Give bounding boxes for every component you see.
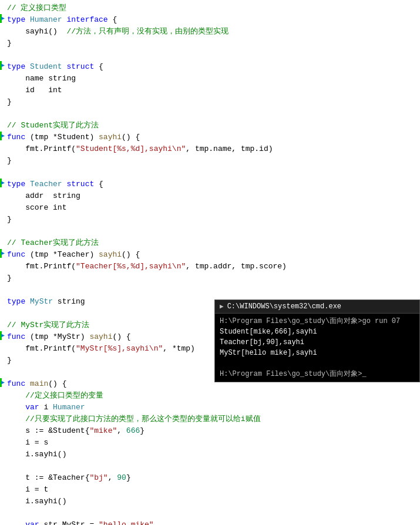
line-content: type Student struct { <box>5 61 420 73</box>
line-content: id int <box>5 85 420 96</box>
token: addr <box>25 191 48 200</box>
line-content: i = s <box>5 437 420 449</box>
code-line: ▶type Teacher struct { <box>0 179 420 190</box>
fold-arrow[interactable]: ▶ <box>1 14 5 23</box>
line-content: //定义接口类型的变量 <box>5 390 420 402</box>
token: Humaner <box>30 15 62 24</box>
token: //定义接口类型的变量 <box>25 391 103 400</box>
token <box>7 27 25 36</box>
line-content: func (tmp *Student) sayhi() { <box>5 132 420 143</box>
line-content: fmt.Printf("Teacher[%s,%d],sayhi\n", tmp… <box>5 261 420 272</box>
fold-arrow[interactable]: ▶ <box>1 249 5 258</box>
line-gutter: ▶ <box>0 179 5 187</box>
token <box>7 497 25 506</box>
token: func <box>7 332 25 341</box>
code-line: score int <box>0 202 420 214</box>
line-content <box>5 226 420 237</box>
line-gutter: ▶ <box>0 61 5 70</box>
token: , *tmp) <box>163 344 195 353</box>
fold-arrow[interactable]: ▶ <box>1 132 5 140</box>
line-content: i.sayhi() <box>5 496 420 507</box>
terminal-titlebar: ▶ C:\WINDOWS\system32\cmd.exe <box>215 300 419 314</box>
line-content: addr string <box>5 190 420 202</box>
code-line <box>0 284 420 296</box>
line-gutter: ▶ <box>0 331 5 340</box>
token <box>25 180 30 189</box>
code-line: sayhi() //方法，只有声明，没有实现，由别的类型实现 <box>0 26 420 38</box>
token: "Teacher[%s,%d],sayhi\n" <box>76 262 186 271</box>
token: interface <box>66 15 107 24</box>
token: } <box>7 39 12 48</box>
line-content <box>5 49 420 61</box>
fold-arrow[interactable]: ▶ <box>1 61 5 70</box>
token: i = s <box>25 438 48 447</box>
token: (tmp *Student) <box>25 133 99 142</box>
code-line: ▶func (tmp *Teacher) sayhi() { <box>0 249 420 261</box>
token <box>25 297 30 306</box>
token <box>7 520 25 525</box>
code-line: s := &Student{"mike", 666} <box>0 425 420 437</box>
code-line: ▶type Student struct { <box>0 61 420 73</box>
token: () { <box>112 332 130 341</box>
code-line <box>0 460 420 472</box>
fold-arrow[interactable]: ▶ <box>1 378 5 387</box>
code-line <box>0 108 420 120</box>
token: (tmp *Teacher) <box>25 250 99 259</box>
token: type <box>7 15 25 24</box>
code-line <box>0 507 420 519</box>
token: (tmp *MyStr) <box>25 332 89 341</box>
token: } <box>7 215 12 224</box>
token <box>7 473 25 482</box>
line-content: } <box>5 155 420 167</box>
line-content: } <box>5 96 420 108</box>
code-line: } <box>0 155 420 167</box>
token: () { <box>48 379 66 388</box>
line-content: var i Humaner <box>5 402 420 413</box>
token <box>7 191 25 200</box>
token: { <box>94 180 103 189</box>
token: , tmp.name, tmp.id) <box>186 144 273 153</box>
token: "bj" <box>89 473 107 482</box>
code-line: var i Humaner <box>0 402 420 413</box>
token: } <box>140 426 145 435</box>
terminal-line: MyStr[hello mike],sayhi <box>220 348 415 358</box>
line-content: } <box>5 272 420 284</box>
line-content: func (tmp *Teacher) sayhi() { <box>5 249 420 261</box>
token: sayhi() <box>25 27 66 36</box>
token: () { <box>122 133 140 142</box>
code-line: id int <box>0 85 420 96</box>
token: i.sayhi() <box>25 450 66 459</box>
code-line <box>0 226 420 237</box>
code-line: // Teacher实现了此方法 <box>0 237 420 249</box>
fold-arrow[interactable]: ▶ <box>1 179 5 187</box>
fold-arrow[interactable]: ▶ <box>1 331 5 340</box>
code-line: fmt.Printf("Student[%s,%d],sayhi\n", tmp… <box>0 143 420 155</box>
code-line: i = t <box>0 484 420 496</box>
token: i.sayhi() <box>25 497 66 506</box>
token: var <box>25 520 39 525</box>
token <box>7 426 25 435</box>
token <box>7 391 25 400</box>
token <box>7 203 25 212</box>
token: } <box>126 473 131 482</box>
code-editor: // 定义接口类型▶type Humaner interface { sayhi… <box>0 0 420 525</box>
line-gutter: ▶ <box>0 132 5 140</box>
code-line <box>0 167 420 179</box>
code-line: //定义接口类型的变量 <box>0 390 420 402</box>
code-line: name string <box>0 73 420 85</box>
token: struct <box>66 62 94 71</box>
terminal-title: C:\WINDOWS\system32\cmd.exe <box>227 301 341 312</box>
token: func <box>7 133 25 142</box>
terminal-line: Student[mike,666],sayhi <box>220 327 415 337</box>
token: id <box>25 86 43 95</box>
token: } <box>7 97 12 106</box>
token: } <box>7 356 12 365</box>
line-content: } <box>5 214 420 226</box>
code-line: } <box>0 272 420 284</box>
token: MyStr <box>30 297 53 306</box>
code-line: var str MyStr = "hello mike" <box>0 519 420 525</box>
line-content <box>5 284 420 296</box>
token <box>48 191 53 200</box>
terminal-line: Teacher[bj,90],sayhi <box>220 337 415 348</box>
code-line: // Student实现了此方法 <box>0 120 420 132</box>
